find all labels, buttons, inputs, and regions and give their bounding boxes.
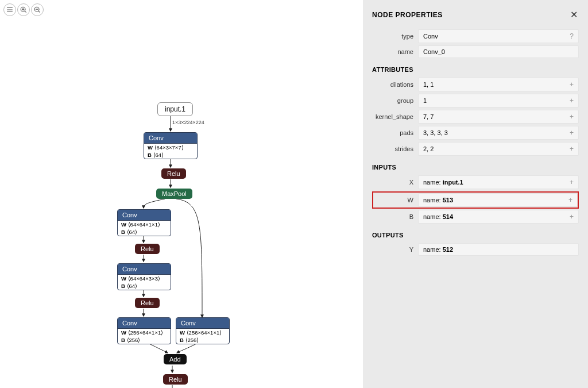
node-header: Conv [118, 318, 171, 329]
conv3-w: ⟨64×64×3×3⟩ [128, 275, 160, 282]
conv1-w: ⟨64×3×7×7⟩ [154, 144, 184, 151]
property-row-name: name Conv_0 [372, 45, 579, 58]
attribute-row: pads3, 3, 3, 3+ [372, 126, 579, 140]
attribute-row: strides2, 2+ [372, 142, 579, 156]
node-conv-3[interactable]: Conv W ⟨64×64×3×3⟩ B ⟨64⟩ [117, 263, 171, 290]
section-outputs: OUTPUTS [372, 232, 579, 239]
conv2-b: ⟨64⟩ [127, 229, 138, 235]
input-label: B [372, 213, 418, 220]
attribute-value[interactable]: 1, 1+ [418, 78, 579, 91]
section-inputs: INPUTS [372, 164, 579, 171]
input-label: W [372, 197, 418, 203]
attribute-label: group [372, 97, 418, 104]
node-maxpool[interactable]: MaxPool [156, 189, 192, 199]
node-input-label: input.1 [165, 105, 185, 113]
node-relu-4[interactable]: Relu [163, 374, 188, 385]
attribute-row: kernel_shape7, 7+ [372, 110, 579, 124]
node-input[interactable]: input.1 [157, 102, 193, 116]
conv4-b: ⟨256⟩ [127, 337, 141, 343]
node-header: Conv [176, 318, 229, 329]
graph-canvas[interactable]: input.1 1×3×224×224 Conv W ⟨64×3×7×7⟩ B … [0, 0, 363, 388]
input-value[interactable]: name: 513+ [418, 193, 578, 207]
properties-panel: NODE PROPERTIES ✕ type Conv? name Conv_0… [363, 0, 588, 388]
property-value-name[interactable]: Conv_0 [418, 45, 579, 58]
property-value-type[interactable]: Conv? [418, 29, 579, 43]
node-header: Conv [118, 210, 171, 221]
attribute-value[interactable]: 1+ [418, 94, 579, 107]
node-relu-1[interactable]: Relu [161, 168, 186, 179]
attribute-label: dilations [372, 81, 418, 88]
attribute-label: pads [372, 129, 418, 136]
attribute-label: kernel_shape [372, 113, 418, 120]
attribute-label: strides [372, 145, 418, 152]
node-header: Conv [118, 264, 171, 275]
input-value[interactable]: name: 514+ [418, 210, 579, 224]
node-conv-1[interactable]: Conv W ⟨64×3×7×7⟩ B ⟨64⟩ [144, 132, 198, 159]
input-row: Bname: 514+ [372, 210, 579, 224]
section-attributes: ATTRIBUTES [372, 66, 579, 73]
attribute-row: group1+ [372, 94, 579, 107]
attribute-row: dilations1, 1+ [372, 78, 579, 91]
panel-title: NODE PROPERTIES [372, 11, 443, 19]
node-conv-4[interactable]: Conv W ⟨256×64×1×1⟩ B ⟨256⟩ [117, 317, 171, 344]
input-row: Wname: 513+ [372, 191, 579, 209]
conv5-w: ⟨256×64×1×1⟩ [187, 329, 222, 336]
property-label: name [372, 48, 418, 55]
node-conv-5[interactable]: Conv W ⟨256×64×1×1⟩ B ⟨256⟩ [176, 317, 230, 344]
conv2-w: ⟨64×64×1×1⟩ [128, 221, 160, 228]
node-relu-2[interactable]: Relu [135, 244, 160, 254]
output-row: Yname: 512 [372, 243, 579, 256]
node-add[interactable]: Add [164, 354, 187, 364]
attribute-value[interactable]: 3, 3, 3, 3+ [418, 126, 579, 140]
conv1-b: ⟨64⟩ [153, 152, 164, 158]
input-row: Xname: input.1+ [372, 175, 579, 189]
conv5-b: ⟨256⟩ [185, 337, 199, 343]
node-relu-3[interactable]: Relu [135, 298, 160, 308]
output-label: Y [372, 246, 418, 253]
edge-shape-label: 1×3×224×224 [172, 120, 204, 125]
conv3-b: ⟨64⟩ [127, 283, 138, 289]
input-value[interactable]: name: input.1+ [418, 175, 579, 189]
attribute-value[interactable]: 2, 2+ [418, 142, 579, 156]
close-button[interactable]: ✕ [569, 8, 579, 21]
node-conv-2[interactable]: Conv W ⟨64×64×1×1⟩ B ⟨64⟩ [117, 209, 171, 236]
property-row-type: type Conv? [372, 29, 579, 43]
attribute-value[interactable]: 7, 7+ [418, 110, 579, 124]
input-label: X [372, 179, 418, 186]
conv4-w: ⟨256×64×1×1⟩ [128, 329, 164, 336]
property-label: type [372, 33, 418, 40]
node-header: Conv [144, 133, 197, 144]
output-value[interactable]: name: 512 [418, 243, 579, 256]
